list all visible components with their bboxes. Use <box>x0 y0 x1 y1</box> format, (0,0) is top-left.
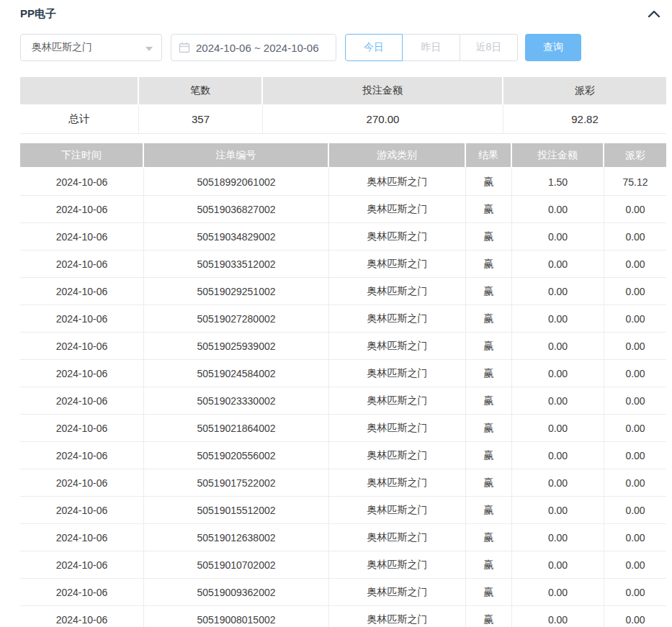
cell-bet-amount: 0.00 <box>512 333 604 360</box>
cell-order-number: 50519023330002 <box>144 387 329 415</box>
table-row: 2024-10-06 50519023330002 奥林匹斯之门 赢 0.00 … <box>20 387 666 415</box>
cell-game-category: 奥林匹斯之门 <box>329 442 466 469</box>
cell-bet-amount: 0.00 <box>512 415 604 442</box>
cell-order-number: 50519008015002 <box>144 606 329 627</box>
cell-bet-time: 2024-10-06 <box>20 551 144 579</box>
cell-payout: 75.12 <box>604 168 666 196</box>
cell-result: 赢 <box>466 305 512 333</box>
table-row: 2024-10-06 50519015512002 奥林匹斯之门 赢 0.00 … <box>20 497 666 524</box>
cell-bet-amount: 0.00 <box>512 196 604 223</box>
cell-order-number: 50519009362002 <box>144 579 329 606</box>
cell-bet-amount: 0.00 <box>512 469 604 497</box>
table-row: 2024-10-06 50519008015002 奥林匹斯之门 赢 0.00 … <box>20 606 666 627</box>
date-range-input[interactable]: 2024-10-06 ~ 2024-10-06 <box>171 34 336 61</box>
chevron-up-icon <box>648 9 660 18</box>
cell-payout: 0.00 <box>604 442 666 469</box>
pp-panel: PP电子 奥林匹斯之门 2024-10-06 ~ 2024-10-06 <box>0 0 672 627</box>
today-button[interactable]: 今日 <box>345 34 403 61</box>
cell-result: 赢 <box>466 524 512 551</box>
bet-table-header-row: 下注时间 注单编号 游戏类别 结果 投注金额 派彩 <box>20 143 666 168</box>
cell-payout: 0.00 <box>604 387 666 415</box>
col-bet-time: 下注时间 <box>20 143 144 168</box>
cell-result: 赢 <box>466 387 512 415</box>
cell-game-category: 奥林匹斯之门 <box>329 497 466 524</box>
cell-bet-amount: 0.00 <box>512 305 604 333</box>
cell-bet-amount: 0.00 <box>512 606 604 627</box>
cell-order-number: 50519021864002 <box>144 415 329 442</box>
cell-order-number: 50519033512002 <box>144 251 329 278</box>
cell-result: 赢 <box>466 606 512 627</box>
game-select[interactable]: 奥林匹斯之门 <box>20 34 162 61</box>
cell-payout: 0.00 <box>604 196 666 223</box>
cell-order-number: 50519034829002 <box>144 223 329 251</box>
cell-order-number: 50519010702002 <box>144 551 329 579</box>
cell-bet-time: 2024-10-06 <box>20 278 144 305</box>
summary-total-payout: 92.82 <box>503 105 666 134</box>
cell-bet-time: 2024-10-06 <box>20 442 144 469</box>
cell-result: 赢 <box>466 360 512 387</box>
cell-game-category: 奥林匹斯之门 <box>329 278 466 305</box>
cell-bet-time: 2024-10-06 <box>20 333 144 360</box>
table-row: 2024-10-06 50519029251002 奥林匹斯之门 赢 0.00 … <box>20 278 666 305</box>
cell-bet-time: 2024-10-06 <box>20 196 144 223</box>
summary-total-label: 总计 <box>20 105 139 134</box>
cell-payout: 0.00 <box>604 415 666 442</box>
cell-result: 赢 <box>466 196 512 223</box>
cell-bet-time: 2024-10-06 <box>20 497 144 524</box>
cell-payout: 0.00 <box>604 223 666 251</box>
cell-bet-time: 2024-10-06 <box>20 251 144 278</box>
cell-result: 赢 <box>466 442 512 469</box>
cell-game-category: 奥林匹斯之门 <box>329 196 466 223</box>
cell-payout: 0.00 <box>604 360 666 387</box>
filter-bar: 奥林匹斯之门 2024-10-06 ~ 2024-10-06 今日 昨日 近8日… <box>20 34 666 61</box>
summary-header-count: 笔数 <box>139 77 263 105</box>
date-range-value: 2024-10-06 ~ 2024-10-06 <box>196 42 319 54</box>
cell-payout: 0.00 <box>604 333 666 360</box>
summary-total-count: 357 <box>139 105 263 134</box>
cell-bet-time: 2024-10-06 <box>20 223 144 251</box>
cell-result: 赢 <box>466 251 512 278</box>
cell-bet-amount: 0.00 <box>512 223 604 251</box>
cell-game-category: 奥林匹斯之门 <box>329 469 466 497</box>
cell-order-number: 50519025939002 <box>144 333 329 360</box>
cell-order-number: 50519027280002 <box>144 305 329 333</box>
cell-bet-amount: 0.00 <box>512 579 604 606</box>
page-title: PP电子 <box>20 6 56 21</box>
summary-header-bet-amount: 投注金额 <box>263 77 503 105</box>
last-8-days-button[interactable]: 近8日 <box>460 34 518 61</box>
panel-header: PP电子 <box>20 6 666 27</box>
cell-game-category: 奥林匹斯之门 <box>329 333 466 360</box>
cell-bet-amount: 0.00 <box>512 251 604 278</box>
cell-bet-time: 2024-10-06 <box>20 305 144 333</box>
cell-payout: 0.00 <box>604 497 666 524</box>
table-row: 2024-10-06 50519027280002 奥林匹斯之门 赢 0.00 … <box>20 305 666 333</box>
table-row: 2024-10-06 50519021864002 奥林匹斯之门 赢 0.00 … <box>20 415 666 442</box>
search-button[interactable]: 查询 <box>525 34 581 61</box>
cell-result: 赢 <box>466 168 512 196</box>
cell-order-number: 50519012638002 <box>144 524 329 551</box>
cell-bet-amount: 0.00 <box>512 360 604 387</box>
cell-game-category: 奥林匹斯之门 <box>329 524 466 551</box>
cell-game-category: 奥林匹斯之门 <box>329 223 466 251</box>
cell-bet-time: 2024-10-06 <box>20 606 144 627</box>
cell-payout: 0.00 <box>604 251 666 278</box>
table-row: 2024-10-06 50519010702002 奥林匹斯之门 赢 0.00 … <box>20 551 666 579</box>
cell-bet-amount: 0.00 <box>512 497 604 524</box>
cell-bet-time: 2024-10-06 <box>20 387 144 415</box>
table-row: 2024-10-06 50519017522002 奥林匹斯之门 赢 0.00 … <box>20 469 666 497</box>
table-row: 2024-10-06 50519033512002 奥林匹斯之门 赢 0.00 … <box>20 251 666 278</box>
cell-game-category: 奥林匹斯之门 <box>329 551 466 579</box>
col-result: 结果 <box>466 143 512 168</box>
cell-game-category: 奥林匹斯之门 <box>329 168 466 196</box>
cell-bet-time: 2024-10-06 <box>20 469 144 497</box>
yesterday-button[interactable]: 昨日 <box>403 34 460 61</box>
cell-result: 赢 <box>466 415 512 442</box>
cell-result: 赢 <box>466 551 512 579</box>
cell-bet-amount: 1.50 <box>512 168 604 196</box>
cell-order-number: 50519015512002 <box>144 497 329 524</box>
summary-total-row: 总计 357 270.00 92.82 <box>20 105 666 134</box>
summary-header-row: 笔数 投注金额 派彩 <box>20 77 666 105</box>
cell-result: 赢 <box>466 497 512 524</box>
collapse-button[interactable] <box>645 6 663 22</box>
cell-game-category: 奥林匹斯之门 <box>329 387 466 415</box>
